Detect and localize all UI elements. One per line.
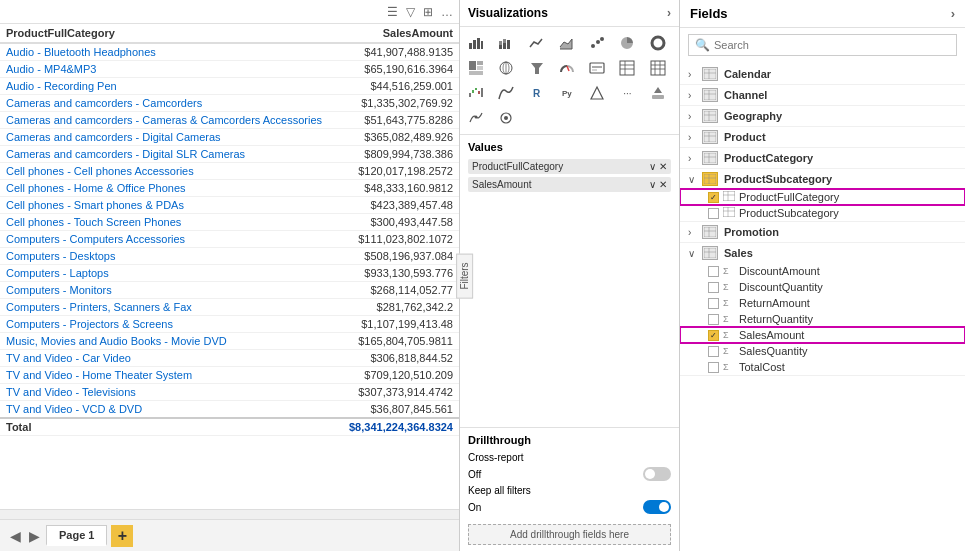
field-group-header-calendar[interactable]: ›Calendar (680, 64, 965, 84)
cross-report-toggle[interactable] (643, 467, 671, 481)
cell-sales: $709,120,510.209 (339, 367, 459, 384)
cell-category: Cameras and camcorders - Digital Cameras (0, 129, 339, 146)
table-row: Cell phones - Touch Screen Phones$300,49… (0, 214, 459, 231)
field-group-header-productcategory[interactable]: ›ProductCategory (680, 148, 965, 168)
table-icon[interactable] (615, 56, 639, 80)
value-chip-category[interactable]: ProductFullCategory ∨ ✕ (468, 159, 671, 174)
field-checkbox[interactable] (708, 346, 719, 357)
field-group-header-channel[interactable]: ›Channel (680, 85, 965, 105)
field-item-discountquantity[interactable]: ΣDiscountQuantity (680, 279, 965, 295)
treemap-icon[interactable] (464, 56, 488, 80)
stacked-bar-icon[interactable] (494, 31, 518, 55)
format-icon[interactable] (646, 81, 670, 105)
table-icon (702, 130, 718, 144)
area-chart-icon[interactable] (555, 31, 579, 55)
svg-rect-73 (704, 248, 716, 258)
custom-viz-icon[interactable] (585, 81, 609, 105)
field-group-header-productsubcategory[interactable]: ∨ProductSubcategory (680, 169, 965, 189)
svg-rect-2 (477, 38, 480, 49)
map-icon[interactable] (494, 56, 518, 80)
hamburger-icon[interactable]: ☰ (385, 4, 400, 20)
funnel-icon[interactable] (525, 56, 549, 80)
table-row: TV and Video - Televisions$307,373,914.4… (0, 384, 459, 401)
ribbon-icon[interactable] (494, 81, 518, 105)
field-group-promotion: ›Promotion (680, 222, 965, 243)
chevron-icon: › (688, 132, 698, 143)
chip-icons-category[interactable]: ∨ ✕ (649, 161, 667, 172)
field-label: ProductFullCategory (739, 191, 839, 203)
cell-sales: $306,818,844.52 (339, 350, 459, 367)
field-checkbox[interactable] (708, 298, 719, 309)
fields-title: Fields (690, 6, 728, 21)
pie-chart-icon[interactable] (615, 31, 639, 55)
add-page-button[interactable]: + (111, 525, 133, 547)
field-checkbox[interactable] (708, 330, 719, 341)
viz-expand-arrow[interactable]: › (667, 6, 671, 20)
data-table: ProductFullCategory SalesAmount Audio - … (0, 24, 459, 436)
field-checkbox[interactable] (708, 314, 719, 325)
scatter-chart-icon[interactable] (585, 31, 609, 55)
field-group-header-product[interactable]: ›Product (680, 127, 965, 147)
page-tab[interactable]: Page 1 (46, 525, 107, 546)
field-label: ReturnQuantity (739, 313, 813, 325)
field-group-header-promotion[interactable]: ›Promotion (680, 222, 965, 242)
field-item-returnquantity[interactable]: ΣReturnQuantity (680, 311, 965, 327)
field-item-returnamount[interactable]: ΣReturnAmount (680, 295, 965, 311)
add-drillthrough-button[interactable]: Add drillthrough fields here (468, 524, 671, 545)
more-icon[interactable]: … (439, 4, 455, 20)
prev-page-button[interactable]: ◀ (8, 528, 23, 544)
donut-chart-icon[interactable] (646, 31, 670, 55)
cell-category: Cell phones - Touch Screen Phones (0, 214, 339, 231)
analytics-icon[interactable] (464, 106, 488, 130)
more-visuals-icon[interactable]: ··· (615, 81, 639, 105)
field-label: ProductSubcategory (739, 207, 839, 219)
table-row: Cell phones - Cell phones Accessories$12… (0, 163, 459, 180)
field-item-salesamount[interactable]: ΣSalesAmount (680, 327, 965, 343)
chip-icons-sales[interactable]: ∨ ✕ (649, 179, 667, 190)
fields-expand-arrow[interactable]: › (951, 6, 955, 21)
bottom-navigation: ◀ ▶ Page 1 + (0, 519, 459, 551)
field-checkbox[interactable] (708, 282, 719, 293)
field-checkbox[interactable] (708, 192, 719, 203)
ai-icon[interactable] (494, 106, 518, 130)
cell-sales: $48,333,160.9812 (339, 180, 459, 197)
field-item-totalcost[interactable]: ΣTotalCost (680, 359, 965, 375)
waterfall-icon[interactable] (464, 81, 488, 105)
col-header-category[interactable]: ProductFullCategory (0, 24, 339, 43)
keep-filters-toggle[interactable] (643, 500, 671, 514)
table-icon (702, 109, 718, 123)
total-label: Total (0, 418, 339, 436)
col-header-sales[interactable]: SalesAmount (339, 24, 459, 43)
search-box[interactable]: 🔍 (688, 34, 957, 56)
keep-filters-toggle-row: On (468, 500, 671, 514)
drillthrough-title: Drillthrough (468, 434, 671, 446)
next-page-button[interactable]: ▶ (27, 528, 42, 544)
line-chart-icon[interactable] (525, 31, 549, 55)
r-script-icon[interactable]: R (525, 81, 549, 105)
field-item-productfullcategory[interactable]: ProductFullCategory (680, 189, 965, 205)
toggle-thumb-cross (645, 469, 655, 479)
table-row: Computers - Projectors & Screens$1,107,1… (0, 316, 459, 333)
search-input[interactable] (714, 39, 950, 51)
card-icon[interactable] (585, 56, 609, 80)
filter-icon[interactable]: ▽ (404, 4, 417, 20)
filters-tab[interactable]: Filters (456, 253, 473, 298)
field-checkbox[interactable] (708, 362, 719, 373)
field-item-discountamount[interactable]: ΣDiscountAmount (680, 263, 965, 279)
field-item-salesquantity[interactable]: ΣSalesQuantity (680, 343, 965, 359)
field-item-productsubcategory[interactable]: ProductSubcategory (680, 205, 965, 221)
field-group-header-sales[interactable]: ∨Sales (680, 243, 965, 263)
gauge-icon[interactable] (555, 56, 579, 80)
field-group-channel: ›Channel (680, 85, 965, 106)
chevron-icon: ∨ (688, 248, 698, 259)
python-icon[interactable]: Py (555, 81, 579, 105)
layout-icon[interactable]: ⊞ (421, 4, 435, 20)
value-chip-sales[interactable]: SalesAmount ∨ ✕ (468, 177, 671, 192)
horizontal-scrollbar[interactable] (0, 509, 459, 519)
matrix-icon[interactable] (646, 56, 670, 80)
field-checkbox[interactable] (708, 266, 719, 277)
field-group-header-geography[interactable]: ›Geography (680, 106, 965, 126)
bar-chart-icon[interactable] (464, 31, 488, 55)
field-checkbox[interactable] (708, 208, 719, 219)
svg-rect-5 (499, 41, 502, 45)
